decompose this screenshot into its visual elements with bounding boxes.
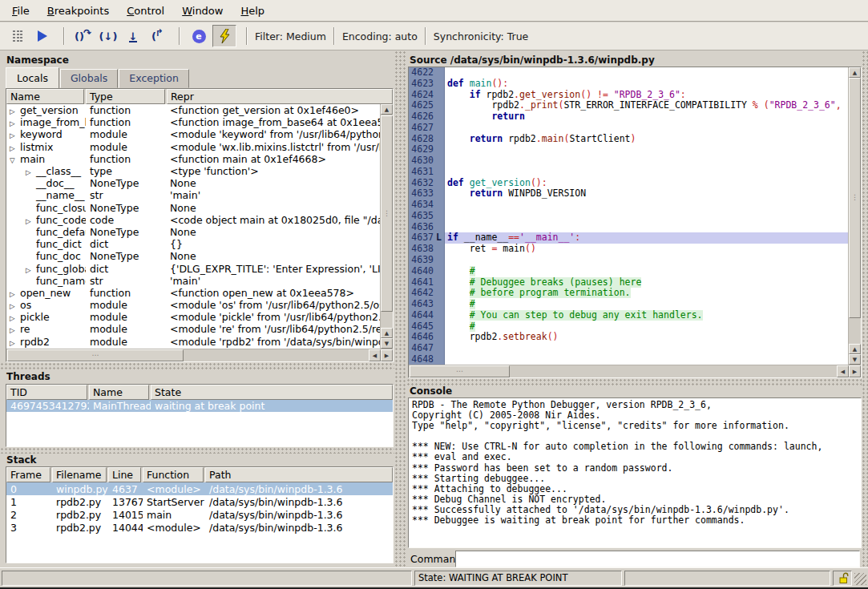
line-number-gutter[interactable]: 4639 [409,255,445,266]
source-line[interactable]: 4638 ret = main() [409,244,848,255]
menu-window[interactable]: Window [173,5,232,17]
column-header-filename[interactable]: Filename [52,467,107,482]
source-line[interactable]: 4622 [409,67,848,79]
source-line[interactable]: 4623def main(): [409,79,848,90]
scrollbar-thumb[interactable] [849,78,861,318]
expand-arrow-icon[interactable]: ▷ [10,302,20,310]
console-output[interactable]: RPDB - The Remote Python Debugger, versi… [408,397,862,548]
menu-help[interactable]: Help [232,5,273,17]
source-line[interactable]: 4643 # [409,299,848,310]
source-vertical-scrollbar[interactable]: ▲ ▲ ▼ [848,67,861,365]
scroll-down-icon[interactable]: ▼ [381,338,393,349]
source-line[interactable]: 4636 [409,222,848,233]
namespace-row[interactable]: ▽mainfunction<function main at 0x1ef4668… [6,153,380,165]
expand-arrow-icon[interactable]: ▷ [10,131,20,139]
namespace-row[interactable]: ▷osmodule<module 'os' from '/usr/lib64/p… [6,299,380,311]
namespace-row[interactable]: func_dictdict{} [6,238,380,250]
line-number-gutter[interactable]: 4636 [409,222,445,233]
tab-exception[interactable]: Exception [119,69,189,88]
namespace-row[interactable]: ▷__class__type<type 'function'> [6,165,380,177]
source-line[interactable]: 4626 return [409,111,848,123]
namespace-row[interactable]: func_docNoneTypeNone [6,250,380,262]
line-number-gutter[interactable]: 4629 [409,144,445,155]
source-line[interactable]: 4624 if rpdb2.get_version() != "RPDB_2_3… [409,90,848,101]
column-header-name[interactable]: Name [89,385,149,400]
namespace-row[interactable]: ▷rpdb2module<module 'rpdb2' from '/data/… [6,336,380,348]
expand-arrow-icon[interactable]: ▷ [26,168,36,176]
column-header-tid[interactable]: TID [6,385,87,400]
source-line[interactable]: 4646 rpdb2.setbreak() [409,332,848,343]
expand-arrow-icon[interactable]: ▷ [10,144,20,152]
source-line[interactable]: 4634 [409,200,848,211]
scroll-down-icon[interactable]: ▼ [849,354,861,365]
line-number-gutter[interactable]: 4622 [409,67,445,79]
column-header-type[interactable]: Type [86,89,165,104]
source-line[interactable]: 4627 [409,123,848,134]
source-line[interactable]: 4639 [409,255,848,266]
source-line[interactable]: 4631 [409,167,848,178]
namespace-row[interactable]: ▷func_globaldict{'DLG_EXPR_TITLE': 'Ente… [6,262,380,274]
namespace-row[interactable]: func_closurNoneTypeNone [6,202,380,214]
stack-frame-row[interactable]: 0winpdb.py4637<module>/data/sys/bin/winp… [6,482,393,495]
scroll-left-icon[interactable]: ◀ [837,365,849,377]
line-number-gutter[interactable]: 4634 [409,200,445,211]
vertical-splitter[interactable] [394,50,406,567]
line-number-gutter[interactable]: 4645 [409,321,445,333]
source-line[interactable]: 4641 # Debuggee breaks (pauses) here [409,277,848,288]
synchronicity-toggle-button[interactable] [212,25,236,47]
column-header-line[interactable]: Line [108,467,141,482]
goto-button[interactable]: ↓ [122,26,144,46]
menu-file[interactable]: File [3,5,38,17]
namespace-threads-splitter[interactable] [0,362,394,370]
source-line[interactable]: 4629 [409,144,848,155]
threads-stack-splitter[interactable] [0,447,394,454]
line-number-gutter[interactable]: 4623 [409,79,445,90]
namespace-row[interactable]: ▷listmixmodule<module 'wx.lib.mixins.lis… [6,141,380,153]
line-number-gutter[interactable]: 4633 [409,188,445,200]
scroll-up-icon[interactable]: ▲ [849,67,861,78]
expand-arrow-icon[interactable]: ▷ [10,290,20,298]
line-number-gutter[interactable]: 4648 [409,354,445,365]
line-number-gutter[interactable]: 4638 [409,244,445,255]
source-view[interactable]: 46224623def main():4624 if rpdb2.get_ver… [408,67,862,378]
scroll-right-icon[interactable]: ▶ [849,365,861,377]
source-line[interactable]: 4645 # [409,321,848,333]
menu-control[interactable]: Control [118,5,173,17]
namespace-row[interactable]: ▷remodule<module 're' from '/usr/lib64/p… [6,323,380,335]
expand-arrow-icon[interactable]: ▷ [10,339,20,347]
line-number-gutter[interactable]: 4624 [409,90,445,101]
scroll-left-icon[interactable]: ◀ [369,349,381,361]
thread-row[interactable]: 46974534127920MainThreadwaiting at break… [6,400,393,412]
source-line[interactable]: 4648 [409,354,848,365]
source-line[interactable]: 4642 # before program termination. [409,288,848,299]
line-number-gutter[interactable]: 4646 [409,332,445,343]
source-line[interactable]: 4630 [409,155,848,167]
scrollbar-thumb[interactable] [381,115,393,312]
scroll-up-icon[interactable]: ▲ [381,104,393,115]
line-number-gutter[interactable]: 4643 [409,299,445,310]
line-number-gutter[interactable]: 4628 [409,134,445,145]
encoding-button[interactable]: e [188,26,210,46]
column-header-path[interactable]: Path [205,467,393,482]
line-number-gutter[interactable]: 4635 [409,211,445,222]
namespace-row[interactable]: func_defaulNoneTypeNone [6,226,380,238]
return-button[interactable]: (↱ [147,26,169,46]
line-number-gutter[interactable]: 4632 [409,178,445,189]
source-line[interactable]: 4635 [409,211,848,222]
source-line[interactable]: 4628 return rpdb2.main(StartClient) [409,134,848,145]
step-button[interactable]: (↓) [97,26,119,46]
expand-arrow-icon[interactable]: ▷ [26,266,36,274]
namespace-vertical-scrollbar[interactable]: ▲ ▲ ▼ [380,104,393,349]
line-number-gutter[interactable]: 4630 [409,155,445,167]
expand-arrow-icon[interactable]: ▷ [26,217,36,225]
column-header-state[interactable]: State [151,385,393,400]
collapse-arrow-icon[interactable]: ▽ [10,156,20,164]
namespace-row[interactable]: ▷picklemodule<module 'pickle' from '/usr… [6,311,380,323]
right-edge-splitter[interactable] [862,50,868,567]
line-number-gutter[interactable]: 4641 [409,277,445,288]
source-line[interactable]: 4644 # You can step to debug any exit ha… [409,310,848,321]
stack-frame-row[interactable]: 1rpdb2.py13767StartServer/data/sys/bin/w… [6,495,393,508]
source-line[interactable]: 4625 rpdb2._print(STR_ERROR_INTERFACE_CO… [409,100,848,111]
scroll-up-icon[interactable]: ▲ [381,328,393,338]
namespace-row[interactable]: ▷image_from_bfunction<function image_fro… [6,116,380,128]
